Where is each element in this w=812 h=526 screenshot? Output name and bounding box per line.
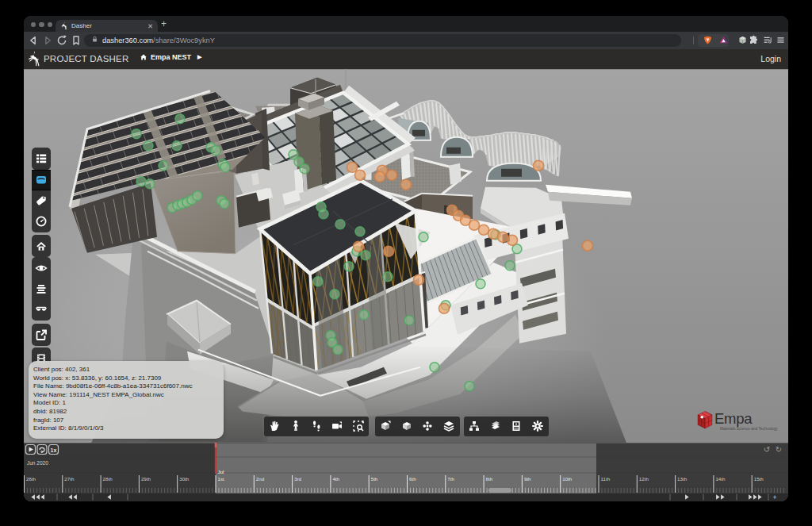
svg-text:9th: 9th: [524, 476, 531, 482]
svg-text:3rd: 3rd: [294, 476, 302, 482]
svg-text:8th: 8th: [486, 476, 493, 482]
svg-text:29th: 29th: [141, 476, 151, 482]
svg-text:13th: 13th: [677, 476, 688, 482]
svg-text:Jun 2020: Jun 2020: [27, 460, 48, 466]
svg-text:7th: 7th: [447, 476, 454, 482]
svg-text:↺: ↺: [764, 445, 770, 454]
svg-text:11th: 11th: [601, 476, 611, 482]
svg-text:4th: 4th: [332, 476, 339, 482]
svg-text:15th: 15th: [754, 476, 764, 482]
svg-text:2nd: 2nd: [256, 476, 265, 482]
svg-text:26th: 26th: [26, 476, 36, 482]
svg-text:Jul: Jul: [218, 469, 224, 474]
svg-text:1x: 1x: [51, 447, 57, 453]
svg-text:28th: 28th: [103, 476, 113, 482]
svg-text:10th: 10th: [562, 476, 573, 482]
svg-text:6th: 6th: [409, 476, 416, 482]
svg-text:12th: 12th: [639, 476, 649, 482]
svg-text:30th: 30th: [179, 476, 190, 482]
svg-text:5th: 5th: [371, 476, 378, 482]
svg-text:↻: ↻: [776, 445, 782, 454]
svg-text:1st: 1st: [218, 476, 225, 482]
svg-text:27th: 27th: [64, 476, 75, 482]
svg-text:+: +: [773, 493, 777, 501]
svg-text:14th: 14th: [715, 476, 726, 482]
